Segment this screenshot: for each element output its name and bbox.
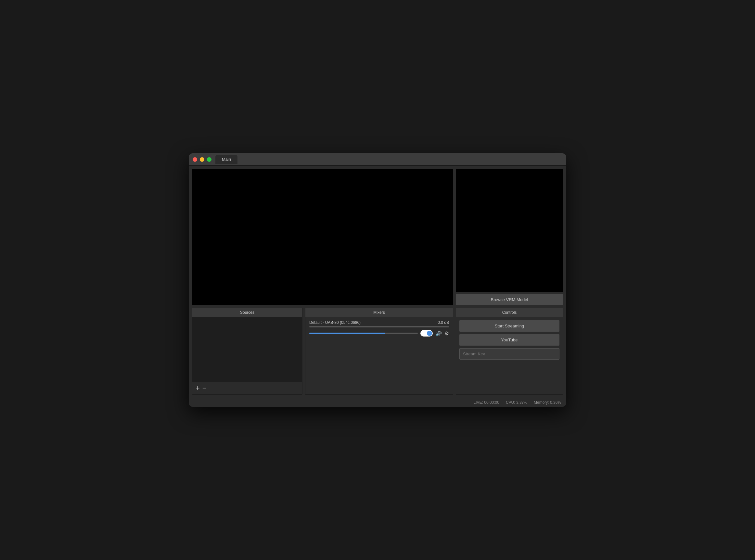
controls-header: Controls: [456, 308, 563, 317]
top-row: Browse VRM Model: [192, 169, 563, 305]
title-bar: Main: [189, 153, 566, 166]
volume-level-bar: [309, 326, 449, 327]
mute-toggle[interactable]: [420, 330, 433, 337]
controls-content: Start Streaming YouTube: [456, 317, 563, 394]
maximize-button[interactable]: [207, 157, 212, 162]
sources-footer: + −: [192, 382, 302, 394]
main-content: Browse VRM Model Sources + − Mixers: [189, 166, 566, 398]
mixer-controls-row: 🔊 ⚙: [309, 330, 449, 337]
app-window: Main Browse VRM Model Sources +: [189, 153, 566, 407]
mixer-track: Default - UAB-80 (054c:0686) 0.0 dB: [309, 320, 449, 337]
volume-slider[interactable]: [309, 331, 418, 336]
mixer-track-header: Default - UAB-80 (054c:0686) 0.0 dB: [309, 320, 449, 325]
mixer-db-value: 0.0 dB: [438, 320, 449, 325]
stream-key-input[interactable]: [459, 348, 559, 360]
volume-slider-fill: [309, 333, 385, 334]
main-tab[interactable]: Main: [215, 155, 237, 164]
memory-status: Memory: 0.36%: [534, 400, 561, 405]
mixer-content: Default - UAB-80 (054c:0686) 0.0 dB: [305, 317, 453, 342]
add-source-button[interactable]: +: [196, 385, 200, 392]
mixer-track-name: Default - UAB-80 (054c:0686): [309, 320, 438, 325]
start-streaming-button[interactable]: Start Streaming: [459, 320, 559, 332]
vrm-panel: Browse VRM Model: [456, 169, 563, 305]
close-button[interactable]: [193, 157, 197, 162]
traffic-lights: [193, 157, 212, 162]
mixers-panel: Mixers Default - UAB-80 (054c:0686) 0.0 …: [305, 308, 453, 395]
status-bar: LIVE: 00:00:00 CPU: 3.37% Memory: 0.36%: [189, 398, 566, 407]
vrm-preview: [456, 169, 563, 292]
minimize-button[interactable]: [200, 157, 204, 162]
main-preview: [192, 169, 453, 305]
volume-slider-track: [309, 333, 418, 334]
cpu-status: CPU: 3.37%: [506, 400, 527, 405]
bottom-row: Sources + − Mixers Default - UAB-80 (054…: [192, 308, 563, 395]
live-status: LIVE: 00:00:00: [474, 400, 499, 405]
youtube-button[interactable]: YouTube: [459, 334, 559, 346]
sources-content: [192, 317, 302, 382]
mixer-settings-icon[interactable]: ⚙: [444, 331, 449, 337]
remove-source-button[interactable]: −: [202, 385, 206, 392]
controls-panel: Controls Start Streaming YouTube: [456, 308, 563, 395]
sources-header: Sources: [192, 308, 302, 317]
browse-vrm-button[interactable]: Browse VRM Model: [456, 294, 563, 305]
volume-icon: 🔊: [435, 331, 442, 337]
mixers-header: Mixers: [305, 308, 453, 317]
sources-panel: Sources + −: [192, 308, 302, 395]
